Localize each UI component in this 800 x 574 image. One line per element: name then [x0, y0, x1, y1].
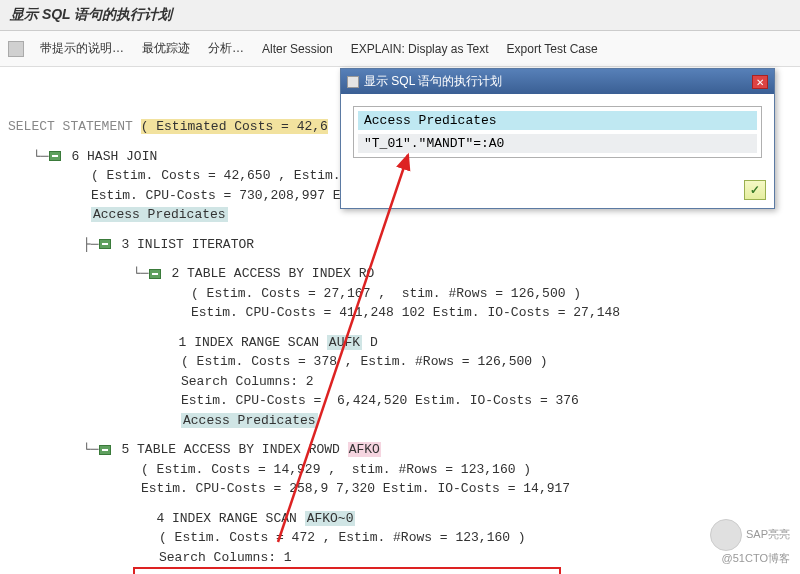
- close-icon[interactable]: ✕: [752, 75, 768, 89]
- wechat-icon: [710, 519, 742, 551]
- access-predicates-link[interactable]: Access Predicates: [91, 207, 228, 222]
- node-4[interactable]: 4 INDEX RANGE SCAN AFKO~0 ( Estim. Costs…: [133, 509, 800, 575]
- tool-analyze[interactable]: 分析…: [200, 37, 252, 60]
- expand-icon[interactable]: [99, 239, 111, 249]
- popup-titlebar[interactable]: 显示 SQL 语句的执行计划 ✕: [341, 69, 774, 94]
- toolbar: 带提示的说明… 最优踪迹 分析… Alter Session EXPLAIN: …: [0, 31, 800, 67]
- node-5[interactable]: └─ 5 TABLE ACCESS BY INDEX ROWD AFKO ( E…: [83, 440, 800, 499]
- ok-button[interactable]: ✓: [744, 180, 766, 200]
- tool-explain[interactable]: EXPLAIN: Display as Text: [343, 39, 497, 59]
- tool-alter-session[interactable]: Alter Session: [254, 39, 341, 59]
- expand-icon[interactable]: [149, 269, 161, 279]
- toolbar-icon[interactable]: [8, 41, 24, 57]
- predicate-popup: 显示 SQL 语句的执行计划 ✕ Access Predicates "T_01…: [340, 68, 775, 209]
- expand-icon[interactable]: [99, 445, 111, 455]
- popup-header-row: Access Predicates: [358, 111, 757, 130]
- highlighted-predicate-box: Estim. CPU-Costs = 28,186,198 Estim. IO-…: [133, 567, 561, 574]
- watermark: SAP亮亮 @51CTO博客: [710, 519, 790, 566]
- expand-icon[interactable]: [49, 151, 61, 161]
- access-predicates-link[interactable]: Access Predicates: [181, 413, 318, 428]
- node-2[interactable]: └─ 2 TABLE ACCESS BY INDEX RO ( Estim. C…: [133, 264, 800, 323]
- tool-hint[interactable]: 带提示的说明…: [32, 37, 132, 60]
- tool-trace[interactable]: 最优踪迹: [134, 37, 198, 60]
- popup-content: Access Predicates "T_01"."MANDT"=:A0: [353, 106, 762, 158]
- document-icon: [347, 76, 359, 88]
- tool-export[interactable]: Export Test Case: [499, 39, 606, 59]
- node-1[interactable]: 1 INDEX RANGE SCAN AUFK D ( Estim. Costs…: [163, 333, 800, 431]
- popup-value-row: "T_01"."MANDT"=:A0: [358, 134, 757, 153]
- node-3[interactable]: ├─ 3 INLIST ITERATOR: [83, 235, 800, 255]
- page-title: 显示 SQL 语句的执行计划: [0, 0, 800, 31]
